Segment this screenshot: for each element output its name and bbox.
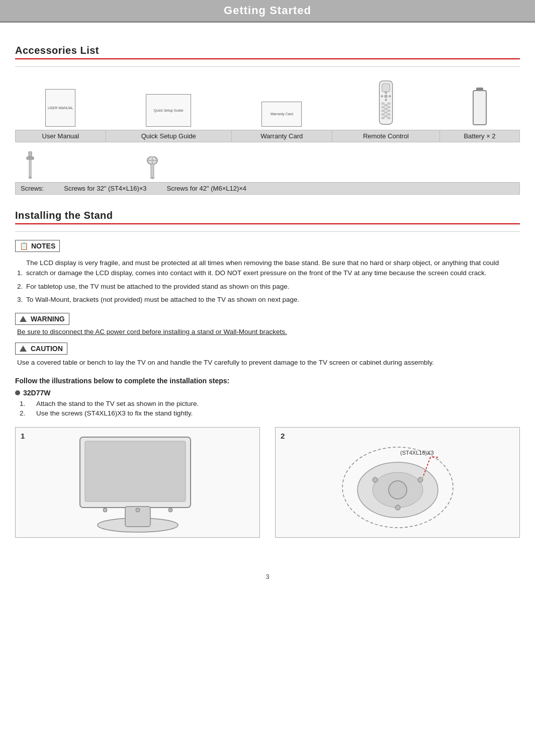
notes-icon: 📋 [20,242,28,250]
diagram-box-2: 2 (ST4XL16)X3 [275,427,520,538]
svg-rect-8 [388,103,390,105]
svg-point-6 [385,99,387,101]
quick-setup-guide-img: Quick Setup Guide [146,94,191,127]
svg-point-42 [418,477,423,482]
accessories-divider [15,66,520,67]
page-title: Getting Started [0,4,535,17]
screws-label-row: Screws: Screws for 32" (ST4×L16)×3 Screw… [15,182,520,195]
svg-rect-14 [388,114,390,116]
diagram-box-1: 1 [15,427,260,538]
caution-triangle-icon [20,346,27,352]
warranty-icon-text: Warranty Card [271,112,293,116]
install-step-2: Use the screws (ST4XL16)X3 to fix the st… [27,409,520,417]
follow-text: Follow the illustrations below to comple… [15,377,520,385]
caution-box: CAUTION [15,343,67,355]
caution-label: CAUTION [31,345,63,353]
notes-box: 📋 NOTES [15,240,60,252]
diagrams-row: 1 2 [15,427,520,538]
svg-rect-15 [382,117,384,119]
screw2-icon-area [146,156,159,179]
remote-control-label: Remote Control [332,130,439,142]
svg-rect-31 [85,441,186,501]
note-item-2: For tabletop use, the TV must be attache… [17,282,520,292]
svg-point-35 [136,508,140,512]
screw1-label: Screws for 32" (ST4×L16)×3 [64,185,146,192]
screw1-icon-area [25,151,35,179]
model-label-text: 32D77W [23,389,50,397]
user-manual-icon-text: USER MANUAL [48,106,73,110]
svg-point-36 [168,508,172,512]
battery-img [473,90,487,125]
diagram2-number: 2 [281,432,285,440]
notes-list: The LCD display is very fragile, and mus… [15,258,520,305]
accessories-label-row: User Manual Quick Setup Guide Warranty C… [16,130,520,142]
screw2-svg [146,156,159,179]
screws-icons-row [15,146,520,182]
svg-rect-17 [385,105,387,107]
diagram1-svg [70,432,206,533]
quick-setup-icon: Quick Setup Guide [146,94,191,127]
svg-rect-21 [29,151,32,157]
svg-rect-12 [388,110,390,112]
remote-cell [332,75,439,130]
note-item-3: To Wall-Mount, brackets (not provided) m… [17,295,520,305]
page-number: 3 [0,573,535,585]
warning-text: Be sure to disconnect the AC power cord … [15,328,520,335]
install-steps-list: Attach the stand to the TV set as shown … [15,400,520,417]
svg-rect-18 [385,108,387,110]
svg-rect-28 [151,163,154,178]
page-header: Getting Started [0,0,535,23]
warning-box: WARNING [15,313,69,325]
battery-label: Battery × 2 [439,130,519,142]
warranty-card-img: Warranty Card [261,102,302,127]
warning-label: WARNING [31,315,65,323]
caution-text: Use a covered table or bench to lay the … [15,358,520,368]
accessories-section-title: Accessories List [15,45,520,59]
svg-rect-10 [388,106,390,108]
screw1-svg [25,151,35,179]
quick-guide-icon-text: Quick Setup Guide [154,108,184,113]
battery-icon-container [473,90,487,127]
model-dot-icon [15,390,20,395]
svg-rect-19 [385,112,387,114]
svg-marker-29 [150,178,155,179]
user-manual-book: USER MANUAL [45,89,75,127]
quick-setup-cell: Quick Setup Guide [106,75,231,130]
diagram1-number: 1 [21,432,25,440]
svg-point-43 [395,505,400,510]
svg-rect-23 [29,159,31,177]
note-item-1: The LCD display is very fragile, and mus… [17,258,520,279]
accessories-icon-row: USER MANUAL Quick Setup Guide Warranty C… [16,75,520,130]
page-content: Accessories List USER MANUAL Quick Setup… [0,23,535,558]
screw2-label: Screws for 42" (M6×L12)×4 [167,185,247,192]
svg-point-4 [389,96,391,98]
warranty-card-label: Warranty Card [231,130,332,142]
user-manual-cell: USER MANUAL [16,75,106,130]
remote-svg [375,80,397,125]
installing-section-title: Installing the Stand [15,210,520,224]
warning-triangle-icon [20,316,27,322]
svg-point-34 [103,508,107,512]
svg-rect-7 [382,103,384,105]
user-manual-label: User Manual [16,130,106,142]
accessories-table: USER MANUAL Quick Setup Guide Warranty C… [15,75,520,142]
quick-setup-label: Quick Setup Guide [106,130,231,142]
installing-divider [15,231,520,232]
diagram2-svg: (ST4XL16)X3 [330,432,466,533]
svg-rect-22 [27,157,34,159]
notes-label: NOTES [31,242,55,250]
svg-point-2 [385,95,387,98]
svg-point-3 [381,96,383,98]
svg-text:(ST4XL16)X3: (ST4XL16)X3 [400,450,434,456]
svg-point-40 [389,481,407,499]
battery-cell [439,75,519,130]
user-manual-icon: USER MANUAL [45,89,75,127]
model-label-row: 32D77W [15,389,520,397]
svg-rect-1 [382,83,390,92]
installing-section: Installing the Stand 📋 NOTES The LCD dis… [15,210,520,538]
svg-rect-9 [382,106,384,108]
svg-rect-20 [385,115,387,117]
svg-rect-11 [382,110,384,112]
svg-point-5 [385,92,387,94]
install-step-1: Attach the stand to the TV set as shown … [27,400,520,407]
